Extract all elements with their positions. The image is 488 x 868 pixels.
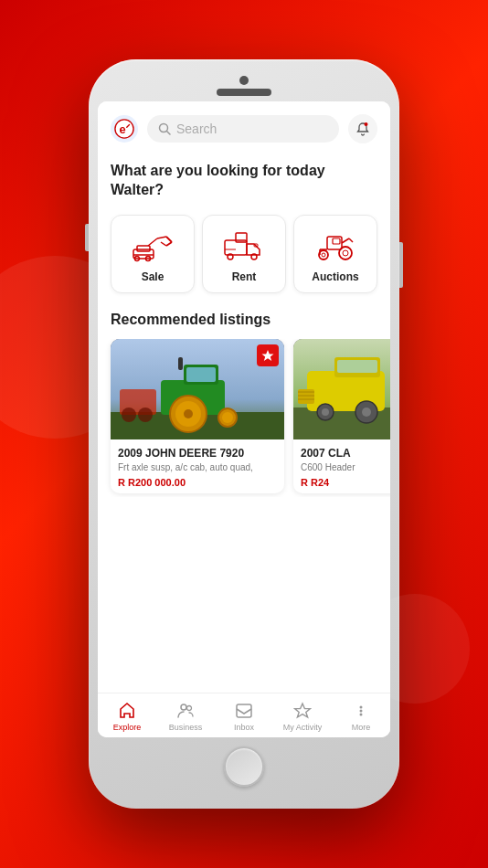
svg-point-61 [187,706,192,711]
listing-card-1[interactable]: 2009 JOHN DEERE 7920 Frt axle susp, a/c … [111,339,284,493]
more-icon [351,701,371,721]
main-content: What are you looking for today Walter? [98,153,390,693]
phone-bottom [224,737,264,799]
category-sale[interactable]: Sale [111,215,195,293]
svg-text:e: e [120,122,126,136]
svg-line-15 [161,242,166,246]
rent-icon [223,228,265,263]
svg-point-45 [138,408,153,422]
svg-point-30 [322,253,325,257]
search-icon [158,122,171,135]
listings-row: 2009 JOHN DEERE 7920 Frt axle susp, a/c … [98,339,390,497]
listing-image-1 [111,339,284,439]
nav-more[interactable]: More [332,701,390,732]
power-button [399,242,403,288]
my-activity-label: My Activity [283,723,323,732]
svg-line-11 [148,238,157,246]
listing-desc-1: Frt axle susp, a/c cab, auto quad, [118,461,277,473]
listing-price-1: R R200 000.00 [118,477,277,488]
explore-label: Explore [113,723,142,732]
rent-label: Rent [232,270,257,283]
greeting-line2: Walter? [111,182,164,197]
star-filled-icon [261,349,274,362]
svg-point-5 [365,122,368,126]
star-icon [292,701,313,721]
sale-icon [132,228,174,263]
camera [239,76,249,85]
app-logo: e [111,115,138,143]
svg-rect-36 [186,367,216,382]
svg-rect-42 [178,357,183,370]
svg-point-31 [343,250,348,256]
listing-price-2: R R24 [301,477,390,488]
auctions-label: Auctions [312,270,358,283]
logo-icon: e [114,119,134,139]
search-bar[interactable]: Search [147,115,339,143]
categories-row: Sale [111,215,377,293]
baler-svg [293,339,390,439]
listing-title-2: 2007 CLA [301,447,390,460]
home-icon [117,701,137,721]
people-icon [175,701,196,721]
svg-point-58 [322,408,329,416]
screen: e Search [98,101,390,737]
svg-point-39 [184,409,193,418]
svg-point-59 [362,408,371,417]
volume-button [85,224,89,251]
svg-point-64 [360,706,363,709]
favorite-button-1[interactable] [257,344,279,366]
svg-line-14 [166,242,172,246]
svg-point-41 [222,412,233,423]
listing-title-1: 2009 JOHN DEERE 7920 [118,447,277,460]
svg-line-26 [342,238,349,243]
listing-card-2[interactable]: 2007 CLA C600 Header R R24 [293,339,390,493]
svg-point-66 [360,714,363,716]
svg-point-65 [360,710,363,713]
bell-icon [355,122,370,136]
sale-label: Sale [142,270,164,283]
greeting-line1: What are you looking for today [111,163,325,178]
svg-line-27 [349,238,353,242]
phone-top [98,69,390,101]
more-label: More [352,723,371,732]
notification-button[interactable] [348,114,377,143]
header: e Search [98,101,390,153]
phone-mockup: e Search [89,59,399,809]
category-rent[interactable]: Rent [202,215,286,293]
search-placeholder: Search [176,122,217,136]
greeting: What are you looking for today Walter? [111,162,377,200]
nav-inbox[interactable]: Inbox [215,701,273,732]
speaker [217,89,271,96]
nav-explore[interactable]: Explore [98,701,156,732]
listing-info-1: 2009 JOHN DEERE 7920 Frt axle susp, a/c … [111,439,284,493]
listing-info-2: 2007 CLA C600 Header R R24 [293,439,390,493]
inbox-icon [234,701,254,721]
home-button[interactable] [224,746,264,787]
baler-scene [293,339,390,439]
listing-desc-2: C600 Header [301,461,390,473]
svg-line-13 [166,237,172,242]
auctions-icon [314,228,356,263]
listing-image-2 [293,339,390,439]
svg-rect-52 [298,389,314,404]
nav-my-activity[interactable]: My Activity [273,701,332,732]
svg-point-60 [181,704,186,710]
svg-marker-63 [295,704,311,717]
svg-marker-46 [262,350,274,361]
bottom-navigation: Explore Business [98,693,390,737]
inbox-label: Inbox [234,723,254,732]
category-auctions[interactable]: Auctions [293,215,377,293]
svg-rect-23 [333,238,340,244]
app-content: e Search [98,101,390,737]
svg-line-4 [167,132,171,135]
svg-point-29 [339,247,352,259]
recommended-title: Recommended listings [111,312,377,328]
nav-business[interactable]: Business [156,701,215,732]
business-label: Business [169,723,203,732]
svg-line-12 [157,237,166,238]
svg-rect-51 [337,360,377,373]
svg-point-44 [122,408,136,422]
svg-rect-7 [137,246,150,251]
